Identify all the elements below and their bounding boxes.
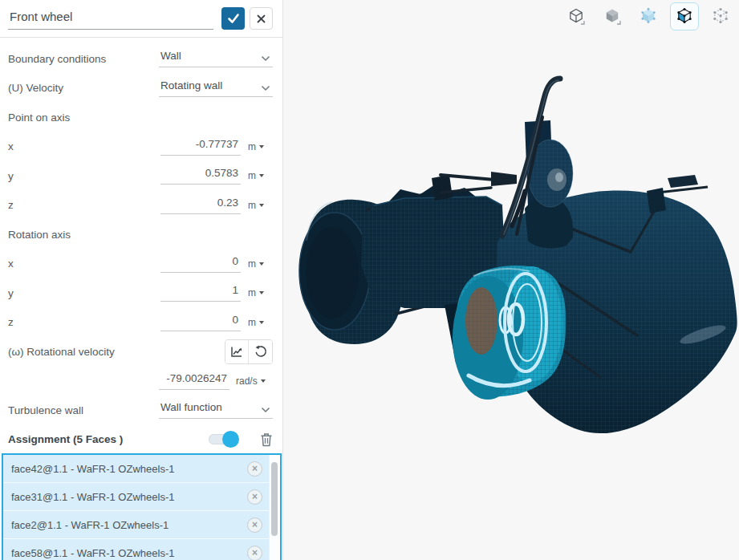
simulation-app: Front wheel Boundary conditions Wall	[0, 0, 739, 560]
boundary-condition-panel: Front wheel Boundary conditions Wall	[0, 0, 283, 560]
point-y-unit-dropdown[interactable]: m	[241, 170, 273, 181]
turbulence-wall-label: Turbulence wall	[8, 404, 159, 416]
car-model[interactable]	[284, 0, 739, 560]
turbulence-wall-row: Turbulence wall Wall function	[8, 396, 273, 425]
rotation-axis-label: Rotation axis	[8, 229, 273, 241]
cancel-button[interactable]	[250, 7, 273, 30]
point-x-unit-dropdown[interactable]: m	[241, 141, 273, 152]
point-x-input[interactable]: -0.77737	[160, 138, 241, 156]
view-mesh-cube-icon[interactable]	[670, 2, 699, 30]
turbulence-wall-select[interactable]: Wall function	[159, 401, 273, 419]
view-exploded-cube-icon[interactable]	[706, 2, 735, 30]
caret-down-icon	[259, 174, 264, 177]
x-label: x	[8, 140, 160, 152]
x-label: x	[8, 258, 160, 270]
z-label: z	[8, 316, 160, 328]
velocity-label: (U) Velocity	[8, 82, 159, 94]
rotational-velocity-input[interactable]: -79.0026247	[159, 372, 229, 390]
panel-header: Front wheel	[0, 0, 282, 38]
point-z-row: z 0.23 m	[8, 191, 273, 221]
face-list-item[interactable]: face31@1.1 - WaFR-1 OZwheels-1 ×	[3, 483, 269, 511]
rotational-velocity-unit-dropdown[interactable]: rad/s	[229, 375, 273, 387]
formula-table-input-button[interactable]	[225, 340, 249, 363]
assignment-row: Assignment (5 Faces )	[8, 425, 273, 455]
rotation-y-input[interactable]: 1	[160, 284, 241, 302]
rotation-axis-section: Rotation axis	[8, 220, 273, 250]
delete-assignment-button[interactable]	[260, 432, 273, 447]
assignment-face-list: face42@1.1 - WaFR-1 OZwheels-1 × face31@…	[2, 453, 282, 560]
point-y-input[interactable]: 0.5783	[160, 167, 241, 185]
view-mode-toolbar	[562, 2, 735, 30]
view-transparent-cube-icon[interactable]	[634, 2, 663, 30]
point-z-unit-dropdown[interactable]: m	[241, 200, 273, 211]
reset-value-button[interactable]	[249, 340, 272, 363]
chevron-down-icon	[261, 55, 270, 62]
caret-down-icon	[259, 291, 264, 294]
remove-face-button[interactable]: ×	[247, 517, 262, 533]
confirm-button[interactable]	[221, 7, 245, 30]
face-list-item[interactable]: face42@1.1 - WaFR-1 OZwheels-1 ×	[3, 455, 269, 483]
view-solid-cube-icon[interactable]	[598, 2, 627, 30]
rotation-x-row: x 0 m	[8, 250, 273, 279]
caret-down-icon	[259, 262, 264, 266]
remove-face-button[interactable]: ×	[247, 489, 262, 505]
rotation-z-unit-dropdown[interactable]: m	[241, 317, 273, 328]
chevron-down-icon	[261, 407, 270, 413]
z-label: z	[8, 199, 160, 211]
point-on-axis-section: Point on axis	[8, 103, 273, 132]
toggle-knob	[222, 431, 239, 448]
check-icon	[227, 13, 240, 24]
rotation-y-unit-dropdown[interactable]: m	[241, 287, 273, 298]
point-y-row: y 0.5783 m	[8, 161, 273, 191]
caret-down-icon	[259, 321, 264, 324]
assignment-toggle[interactable]	[209, 434, 237, 444]
caret-down-icon	[259, 145, 264, 148]
boundary-conditions-row: Boundary conditions Wall	[8, 44, 273, 74]
y-label: y	[8, 170, 160, 182]
caret-down-icon	[261, 379, 266, 383]
remove-face-button[interactable]: ×	[247, 461, 262, 477]
view-wireframe-cube-icon[interactable]	[562, 2, 591, 30]
rotation-x-unit-dropdown[interactable]: m	[241, 258, 273, 270]
point-on-axis-label: Point on axis	[8, 112, 273, 124]
assignment-label: Assignment (5 Faces )	[8, 433, 209, 445]
bc-name-input[interactable]: Front wheel	[8, 7, 213, 30]
remove-face-button[interactable]: ×	[247, 546, 262, 560]
face-list-scrollbar[interactable]	[269, 455, 280, 560]
boundary-conditions-select[interactable]: Wall	[159, 50, 273, 67]
chevron-down-icon	[261, 85, 270, 91]
point-x-row: x -0.77737 m	[8, 132, 273, 162]
face-rows: face42@1.1 - WaFR-1 OZwheels-1 × face31@…	[3, 455, 269, 560]
rotation-z-input[interactable]: 0	[160, 314, 241, 331]
velocity-select[interactable]: Rotating wall	[159, 79, 273, 97]
reset-icon	[254, 345, 267, 358]
rotational-velocity-label: (ω) Rotational velocity	[8, 346, 225, 358]
scrollbar-thumb[interactable]	[271, 462, 278, 536]
panel-body: Boundary conditions Wall (U) Velocity Ro…	[0, 38, 282, 454]
trash-icon	[260, 432, 273, 447]
3d-viewport[interactable]	[284, 0, 739, 560]
boundary-conditions-label: Boundary conditions	[8, 53, 159, 65]
rotation-z-row: z 0 m	[8, 308, 273, 338]
face-list-item[interactable]: face58@1.1 - WaFR-1 OZwheels-1 ×	[3, 539, 269, 560]
rotational-velocity-value-row: -79.0026247 rad/s	[8, 367, 273, 396]
value-mode-button-group	[225, 339, 273, 364]
velocity-row: (U) Velocity Rotating wall	[8, 74, 273, 103]
rotation-x-input[interactable]: 0	[160, 255, 241, 273]
rotational-velocity-row: (ω) Rotational velocity	[8, 337, 273, 367]
chart-icon	[230, 346, 243, 358]
face-list-item[interactable]: face2@1.1 - WaFR-1 OZwheels-1 ×	[3, 511, 269, 539]
rotation-y-row: y 1 m	[8, 278, 273, 308]
caret-down-icon	[259, 204, 264, 207]
y-label: y	[8, 287, 160, 299]
point-z-input[interactable]: 0.23	[160, 197, 241, 214]
close-icon	[257, 14, 266, 23]
